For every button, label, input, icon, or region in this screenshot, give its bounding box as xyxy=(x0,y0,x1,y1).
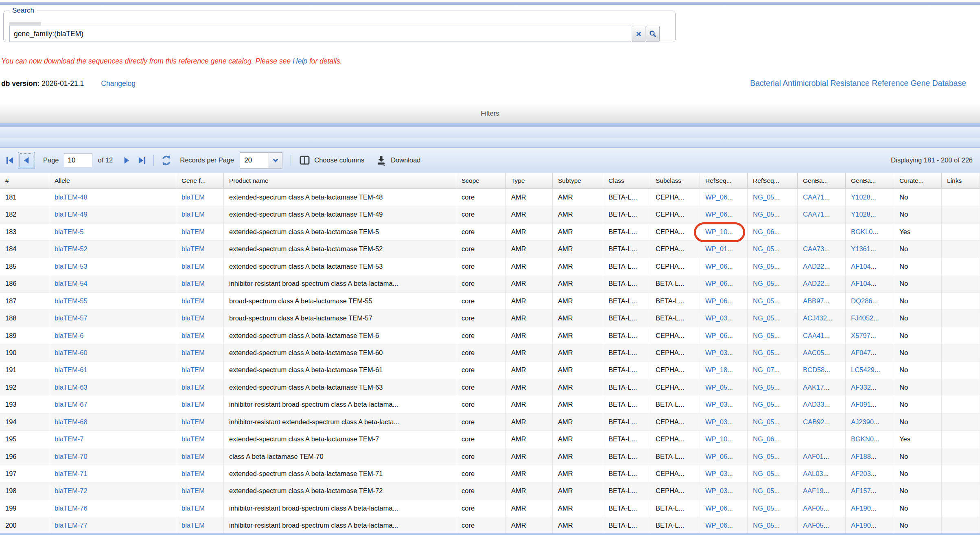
cell-genbank-nucleotide[interactable]: AF104... xyxy=(846,258,894,275)
cell-genbank-protein[interactable]: CAA41... xyxy=(798,327,846,344)
refseq-nucleotide-link[interactable]: NG_05 xyxy=(753,297,774,305)
cell-genbank-nucleotide[interactable]: AJ2390... xyxy=(846,414,894,431)
cell-refseq-nucleotide[interactable]: NG_07... xyxy=(748,362,798,379)
cell-allele[interactable]: blaTEM-7 xyxy=(49,431,176,448)
allele-link[interactable]: blaTEM-52 xyxy=(55,245,88,252)
cell-genbank-protein[interactable]: AAD33... xyxy=(798,396,846,413)
column-header-scope[interactable]: Scope xyxy=(456,173,506,189)
refseq-protein-link[interactable]: WP_03 xyxy=(705,470,727,477)
cell-genbank-nucleotide[interactable]: AF332... xyxy=(846,379,894,396)
cell-refseq-protein[interactable]: WP_01... xyxy=(700,241,748,258)
allele-link[interactable]: blaTEM-6 xyxy=(55,332,84,339)
refseq-protein-link[interactable]: WP_03 xyxy=(705,401,727,408)
table-row[interactable]: 181blaTEM-48blaTEMextended-spectrum clas… xyxy=(0,189,980,206)
refseq-protein-link[interactable]: WP_06 xyxy=(705,297,727,305)
cell-genbank-protein[interactable]: AAF05... xyxy=(798,500,846,517)
table-row[interactable]: 199blaTEM-76blaTEMinhibitor-resistant br… xyxy=(0,500,980,517)
table-row[interactable]: 192blaTEM-63blaTEMextended-spectrum clas… xyxy=(0,379,980,396)
search-input[interactable] xyxy=(9,26,631,42)
cell-refseq-nucleotide[interactable]: NG_05... xyxy=(748,189,798,206)
genbank-protein-link[interactable]: AAF01 xyxy=(803,453,823,460)
column-header-gene-family[interactable]: Gene f... xyxy=(176,173,224,189)
column-header-product-name[interactable]: Product name xyxy=(224,173,456,189)
allele-link[interactable]: blaTEM-70 xyxy=(55,453,88,460)
cell-genbank-nucleotide[interactable]: AF203... xyxy=(846,465,894,482)
search-button[interactable] xyxy=(646,26,660,42)
cell-refseq-protein[interactable]: WP_10... xyxy=(700,431,748,448)
genbank-protein-link[interactable]: CAA41 xyxy=(803,332,824,339)
cell-refseq-protein[interactable]: WP_18... xyxy=(700,362,748,379)
refseq-nucleotide-link[interactable]: NG_05 xyxy=(753,332,774,339)
cell-allele[interactable]: blaTEM-76 xyxy=(49,500,176,517)
genbank-nucleotide-link[interactable]: AF188 xyxy=(851,453,871,460)
genbank-protein-link[interactable]: BCD58 xyxy=(803,366,825,373)
refseq-nucleotide-link[interactable]: NG_05 xyxy=(753,418,774,425)
refseq-protein-link[interactable]: WP_06 xyxy=(705,263,727,270)
cell-allele[interactable]: blaTEM-55 xyxy=(49,293,176,310)
genbank-protein-link[interactable]: CAA73 xyxy=(803,245,824,252)
download-button[interactable]: Download xyxy=(391,156,420,164)
cell-genbank-nucleotide[interactable]: AF190... xyxy=(846,500,894,517)
allele-link[interactable]: blaTEM-71 xyxy=(55,470,88,477)
cell-genbank-protein[interactable]: CAA73... xyxy=(798,241,846,258)
column-header-refseq-nucleotide[interactable]: RefSeq... xyxy=(748,173,798,189)
genbank-nucleotide-link[interactable]: Y1028 xyxy=(851,193,871,201)
cell-gene-family[interactable]: blaTEM xyxy=(176,431,224,448)
cell-gene-family[interactable]: blaTEM xyxy=(176,379,224,396)
allele-link[interactable]: blaTEM-67 xyxy=(55,401,88,408)
refseq-nucleotide-link[interactable]: NG_05 xyxy=(753,453,774,460)
cell-gene-family[interactable]: blaTEM xyxy=(176,448,224,465)
cell-refseq-nucleotide[interactable]: NG_05... xyxy=(748,293,798,310)
column-header-subclass[interactable]: Subclass xyxy=(650,173,700,189)
column-header-row-number[interactable]: # xyxy=(0,173,49,189)
genbank-nucleotide-link[interactable]: X5797 xyxy=(851,332,871,339)
refseq-protein-link[interactable]: WP_10 xyxy=(705,435,727,443)
refseq-protein-link[interactable]: WP_06 xyxy=(705,453,727,460)
cell-refseq-protein[interactable]: WP_06... xyxy=(700,275,748,292)
next-page-button[interactable] xyxy=(122,156,131,165)
allele-link[interactable]: blaTEM-54 xyxy=(55,280,88,287)
cell-refseq-nucleotide[interactable]: NG_05... xyxy=(748,258,798,275)
genbank-protein-link[interactable]: CAA71 xyxy=(803,193,824,201)
cell-gene-family[interactable]: blaTEM xyxy=(176,414,224,431)
table-row[interactable]: 184blaTEM-52blaTEMextended-spectrum clas… xyxy=(0,241,980,258)
genbank-nucleotide-link[interactable]: AF332 xyxy=(851,384,871,391)
clear-search-button[interactable] xyxy=(632,26,645,42)
genbank-nucleotide-link[interactable]: Y1028 xyxy=(851,210,871,218)
refseq-protein-link[interactable]: WP_06 xyxy=(705,210,727,218)
refseq-nucleotide-link[interactable]: NG_05 xyxy=(753,263,774,270)
table-row[interactable]: 190blaTEM-60blaTEMextended-spectrum clas… xyxy=(0,344,980,362)
cell-allele[interactable]: blaTEM-70 xyxy=(49,448,176,465)
refseq-nucleotide-link[interactable]: NG_05 xyxy=(753,522,774,529)
cell-genbank-nucleotide[interactable]: BGKN0... xyxy=(846,431,894,448)
refseq-nucleotide-link[interactable]: NG_05 xyxy=(753,401,774,408)
allele-link[interactable]: blaTEM-49 xyxy=(55,210,88,218)
allele-link[interactable]: blaTEM-55 xyxy=(55,297,88,305)
gene-family-link[interactable]: blaTEM xyxy=(182,522,205,529)
refseq-protein-link[interactable]: WP_06 xyxy=(705,332,727,339)
gene-family-link[interactable]: blaTEM xyxy=(182,228,205,235)
help-link[interactable]: Help xyxy=(293,57,307,65)
cell-allele[interactable]: blaTEM-71 xyxy=(49,465,176,482)
cell-refseq-protein[interactable]: WP_06... xyxy=(700,517,748,534)
cell-genbank-nucleotide[interactable]: AF188... xyxy=(846,448,894,465)
gene-family-link[interactable]: blaTEM xyxy=(182,193,205,201)
cell-gene-family[interactable]: blaTEM xyxy=(176,258,224,275)
genbank-nucleotide-link[interactable]: FJ4052 xyxy=(851,314,873,322)
cell-gene-family[interactable]: blaTEM xyxy=(176,344,224,362)
cell-allele[interactable]: blaTEM-48 xyxy=(49,189,176,206)
allele-link[interactable]: blaTEM-68 xyxy=(55,418,88,425)
genbank-protein-link[interactable]: AAD22 xyxy=(803,263,824,270)
cell-genbank-protein[interactable]: AAF19... xyxy=(798,482,846,500)
page-input[interactable] xyxy=(64,153,92,167)
refseq-nucleotide-link[interactable]: NG_06 xyxy=(753,435,774,443)
allele-link[interactable]: blaTEM-48 xyxy=(55,193,88,201)
genbank-protein-link[interactable]: CAB92 xyxy=(803,418,824,425)
cell-genbank-protein[interactable]: AAF01... xyxy=(798,448,846,465)
cell-refseq-protein[interactable]: WP_06... xyxy=(700,293,748,310)
cell-refseq-nucleotide[interactable]: NG_05... xyxy=(748,482,798,500)
cell-gene-family[interactable]: blaTEM xyxy=(176,241,224,258)
cell-allele[interactable]: blaTEM-60 xyxy=(49,344,176,362)
table-row[interactable]: 196blaTEM-70blaTEMclass A beta-lactamase… xyxy=(0,448,980,465)
refseq-nucleotide-link[interactable]: NG_05 xyxy=(753,504,774,512)
